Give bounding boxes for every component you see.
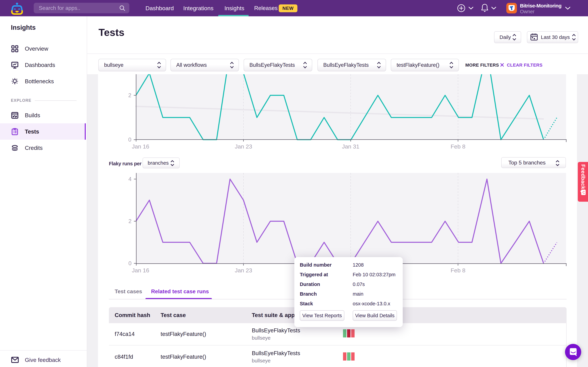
svg-text:2: 2: [129, 218, 131, 224]
svg-text:Feb 8: Feb 8: [451, 143, 466, 150]
svg-text:0: 0: [128, 136, 131, 143]
svg-text:2: 2: [128, 92, 131, 98]
svg-text:Jan 16: Jan 16: [132, 267, 149, 274]
svg-text:Feb 8: Feb 8: [451, 267, 466, 274]
svg-text:Jan 31: Jan 31: [342, 143, 359, 150]
svg-text:Jan 23: Jan 23: [235, 143, 252, 150]
svg-text:Jan 23: Jan 23: [235, 267, 252, 274]
svg-text:Jan 16: Jan 16: [132, 143, 149, 150]
svg-text:4: 4: [129, 176, 131, 182]
svg-text:0: 0: [129, 260, 131, 267]
